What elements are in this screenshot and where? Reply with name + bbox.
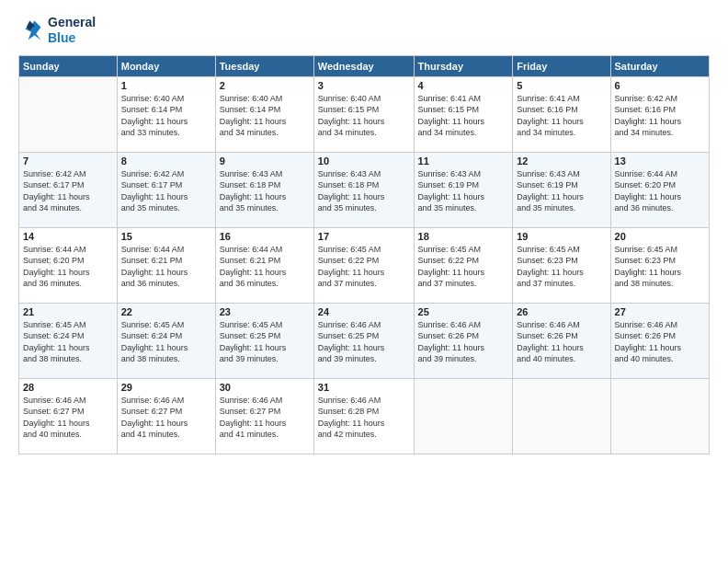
day-info: Sunrise: 6:46 AMSunset: 6:25 PMDaylight:… [318,319,410,365]
calendar-cell: 2Sunrise: 6:40 AMSunset: 6:14 PMDaylight… [215,76,313,152]
day-info: Sunrise: 6:46 AMSunset: 6:27 PMDaylight:… [23,395,113,441]
calendar-cell: 13Sunrise: 6:44 AMSunset: 6:20 PMDayligh… [610,152,709,227]
calendar-cell: 3Sunrise: 6:40 AMSunset: 6:15 PMDaylight… [313,76,414,152]
weekday-header: Tuesday [215,55,313,76]
calendar-cell: 22Sunrise: 6:45 AMSunset: 6:24 PMDayligh… [117,303,215,378]
day-info: Sunrise: 6:40 AMSunset: 6:15 PMDaylight:… [318,93,410,139]
calendar-cell: 24Sunrise: 6:46 AMSunset: 6:25 PMDayligh… [313,303,414,378]
calendar-cell: 25Sunrise: 6:46 AMSunset: 6:26 PMDayligh… [414,303,513,378]
day-number: 4 [418,80,509,91]
day-info: Sunrise: 6:46 AMSunset: 6:27 PMDaylight:… [220,395,310,441]
day-info: Sunrise: 6:40 AMSunset: 6:14 PMDaylight:… [121,93,211,139]
calendar-cell: 7Sunrise: 6:42 AMSunset: 6:17 PMDaylight… [19,152,118,227]
day-info: Sunrise: 6:44 AMSunset: 6:20 PMDaylight:… [615,168,705,214]
day-info: Sunrise: 6:43 AMSunset: 6:18 PMDaylight:… [318,168,410,214]
day-info: Sunrise: 6:45 AMSunset: 6:23 PMDaylight:… [517,244,606,290]
day-info: Sunrise: 6:46 AMSunset: 6:28 PMDaylight:… [318,395,410,441]
day-number: 30 [220,382,310,393]
day-info: Sunrise: 6:46 AMSunset: 6:26 PMDaylight:… [517,319,606,365]
calendar-cell: 1Sunrise: 6:40 AMSunset: 6:14 PMDaylight… [117,76,215,152]
calendar-cell: 10Sunrise: 6:43 AMSunset: 6:18 PMDayligh… [313,152,414,227]
calendar-cell: 16Sunrise: 6:44 AMSunset: 6:21 PMDayligh… [215,227,313,303]
day-info: Sunrise: 6:41 AMSunset: 6:16 PMDaylight:… [517,93,606,139]
day-number: 27 [615,306,705,317]
day-info: Sunrise: 6:45 AMSunset: 6:25 PMDaylight:… [220,319,310,365]
day-number: 20 [615,231,705,242]
day-number: 26 [517,306,606,317]
day-number: 12 [517,155,606,167]
svg-marker-0 [25,20,41,40]
day-number: 21 [23,306,113,317]
day-info: Sunrise: 6:45 AMSunset: 6:22 PMDaylight:… [418,244,509,290]
day-info: Sunrise: 6:43 AMSunset: 6:18 PMDaylight:… [220,168,310,214]
day-number: 22 [121,306,211,317]
calendar-cell: 31Sunrise: 6:46 AMSunset: 6:28 PMDayligh… [313,378,414,454]
calendar-cell: 15Sunrise: 6:44 AMSunset: 6:21 PMDayligh… [117,227,215,303]
calendar-cell: 11Sunrise: 6:43 AMSunset: 6:19 PMDayligh… [414,152,513,227]
day-info: Sunrise: 6:42 AMSunset: 6:17 PMDaylight:… [23,168,113,214]
calendar-cell [414,378,513,454]
day-info: Sunrise: 6:43 AMSunset: 6:19 PMDaylight:… [517,168,606,214]
weekday-header: Friday [513,55,610,76]
day-info: Sunrise: 6:43 AMSunset: 6:19 PMDaylight:… [418,168,509,214]
calendar-cell: 19Sunrise: 6:45 AMSunset: 6:23 PMDayligh… [513,227,610,303]
calendar-cell: 14Sunrise: 6:44 AMSunset: 6:20 PMDayligh… [19,227,118,303]
calendar-cell: 18Sunrise: 6:45 AMSunset: 6:22 PMDayligh… [414,227,513,303]
day-info: Sunrise: 6:42 AMSunset: 6:17 PMDaylight:… [121,168,211,214]
day-info: Sunrise: 6:45 AMSunset: 6:24 PMDaylight:… [121,319,211,365]
weekday-header: Wednesday [313,55,414,76]
day-number: 23 [220,306,310,317]
day-info: Sunrise: 6:45 AMSunset: 6:23 PMDaylight:… [615,244,705,290]
calendar-cell: 20Sunrise: 6:45 AMSunset: 6:23 PMDayligh… [610,227,709,303]
day-number: 13 [615,155,705,167]
weekday-header: Sunday [19,55,118,76]
day-info: Sunrise: 6:42 AMSunset: 6:16 PMDaylight:… [615,93,705,139]
day-info: Sunrise: 6:46 AMSunset: 6:26 PMDaylight:… [615,319,705,365]
day-number: 18 [418,231,509,242]
day-number: 16 [220,231,310,242]
day-number: 15 [121,231,211,242]
day-info: Sunrise: 6:45 AMSunset: 6:24 PMDaylight:… [23,319,113,365]
day-number: 25 [418,306,509,317]
day-number: 8 [121,155,211,167]
day-number: 9 [220,155,310,167]
calendar-cell: 28Sunrise: 6:46 AMSunset: 6:27 PMDayligh… [19,378,118,454]
day-number: 24 [318,306,410,317]
calendar-header-row: SundayMondayTuesdayWednesdayThursdayFrid… [19,55,710,76]
day-number: 2 [220,80,310,91]
day-number: 3 [318,80,410,91]
calendar-cell: 8Sunrise: 6:42 AMSunset: 6:17 PMDaylight… [117,152,215,227]
day-info: Sunrise: 6:46 AMSunset: 6:27 PMDaylight:… [121,395,211,441]
day-info: Sunrise: 6:40 AMSunset: 6:14 PMDaylight:… [220,93,310,139]
header: General Blue [18,15,710,46]
calendar-cell: 4Sunrise: 6:41 AMSunset: 6:15 PMDaylight… [414,76,513,152]
day-number: 14 [23,231,113,242]
calendar-cell [19,76,118,152]
weekday-header: Saturday [610,55,709,76]
page: General Blue SundayMondayTuesdayWednesda… [0,0,728,563]
logo: General Blue [18,15,96,46]
calendar-cell: 6Sunrise: 6:42 AMSunset: 6:16 PMDaylight… [610,76,709,152]
day-number: 1 [121,80,211,91]
calendar-cell: 26Sunrise: 6:46 AMSunset: 6:26 PMDayligh… [513,303,610,378]
calendar-cell [513,378,610,454]
calendar-cell: 27Sunrise: 6:46 AMSunset: 6:26 PMDayligh… [610,303,709,378]
calendar-cell: 17Sunrise: 6:45 AMSunset: 6:22 PMDayligh… [313,227,414,303]
calendar-cell: 29Sunrise: 6:46 AMSunset: 6:27 PMDayligh… [117,378,215,454]
day-number: 28 [23,382,113,393]
weekday-header: Thursday [414,55,513,76]
day-info: Sunrise: 6:41 AMSunset: 6:15 PMDaylight:… [418,93,509,139]
logo-icon [18,17,44,43]
day-info: Sunrise: 6:44 AMSunset: 6:21 PMDaylight:… [121,244,211,290]
day-number: 17 [318,231,410,242]
day-info: Sunrise: 6:44 AMSunset: 6:20 PMDaylight:… [23,244,113,290]
calendar-cell: 23Sunrise: 6:45 AMSunset: 6:25 PMDayligh… [215,303,313,378]
calendar-cell: 21Sunrise: 6:45 AMSunset: 6:24 PMDayligh… [19,303,118,378]
day-info: Sunrise: 6:44 AMSunset: 6:21 PMDaylight:… [220,244,310,290]
day-number: 31 [318,382,410,393]
day-info: Sunrise: 6:46 AMSunset: 6:26 PMDaylight:… [418,319,509,365]
day-number: 6 [615,80,705,91]
calendar-table: SundayMondayTuesdayWednesdayThursdayFrid… [18,55,710,454]
day-number: 10 [318,155,410,167]
day-number: 5 [517,80,606,91]
